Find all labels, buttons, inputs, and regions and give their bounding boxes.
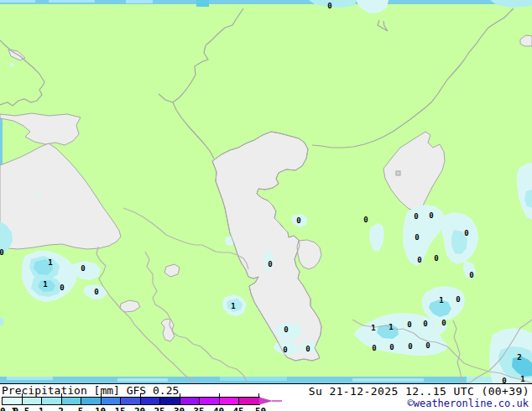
legend-title: Precipitation [mm] GFS 0.25	[2, 384, 184, 398]
precip-value-marker: 0	[464, 230, 468, 237]
weather-map	[0, 0, 532, 383]
scale-box	[199, 397, 221, 405]
precip-value-marker: 0	[283, 346, 287, 354]
precip-value-marker: 1	[43, 281, 47, 289]
scale-label: 15	[114, 406, 125, 411]
precip-value-marker: 0	[363, 216, 368, 224]
precip-value-marker: 1	[231, 303, 235, 310]
scale-box	[140, 397, 162, 405]
precip-value-marker: 1	[48, 259, 52, 267]
precip-value-marker: 0	[268, 261, 272, 268]
precip-value-marker: 0	[0, 249, 4, 257]
scale-label: 50	[255, 406, 266, 411]
scale-tick	[61, 393, 62, 397]
scale-box	[219, 397, 241, 405]
aral-island	[396, 171, 400, 175]
precip-value-marker: 0	[417, 257, 421, 264]
scale-label: 0.5	[13, 406, 30, 411]
scale-label: 40	[213, 406, 224, 411]
precip-value-marker: 0	[441, 320, 446, 327]
scale-box	[101, 397, 123, 405]
scale-label: 1	[39, 406, 44, 411]
scale-box	[81, 397, 102, 405]
copyright-notice: ©weatheronline.co.uk	[408, 398, 529, 409]
scale-box	[61, 397, 83, 405]
weather-map-window: 00101001000000000010110000000000201 Prec…	[0, 0, 532, 411]
precip-value-marker: 0	[469, 272, 473, 279]
precip-value-marker: 0	[60, 284, 64, 292]
precip-value-marker: 0	[425, 342, 430, 350]
scale-box	[120, 397, 142, 405]
precip-value-marker: 0	[327, 3, 331, 10]
scale-box	[22, 397, 44, 405]
scale-label: 5	[78, 406, 84, 411]
precip-value-marker: 0	[81, 265, 85, 273]
scale-label: 25	[154, 406, 164, 411]
precip-value-marker: 1	[389, 324, 393, 331]
precip-value-marker: 1	[520, 376, 524, 383]
scale-tick	[219, 393, 220, 397]
precip-value-marker: 0	[423, 320, 427, 328]
scale-box	[41, 397, 63, 405]
precip-value-marker: 1	[439, 297, 443, 304]
precip-value-marker: 0	[408, 343, 412, 351]
scale-box	[238, 397, 260, 405]
scale-label: 45	[232, 406, 243, 411]
scale-box	[159, 397, 181, 405]
scale-tick	[180, 393, 180, 397]
precip-value-marker: 0	[434, 255, 438, 263]
precip-value-marker: 0	[414, 213, 418, 221]
precip-value-marker: 0	[429, 212, 433, 220]
precip-value-marker: 0	[415, 234, 419, 242]
precip-value-marker: 0	[305, 346, 310, 353]
scale-label: 35	[193, 406, 204, 411]
scale-tick	[22, 393, 23, 397]
forecast-datetime: Su 21-12-2025 12..15 UTC (00+39)	[309, 385, 529, 398]
scale-box	[2, 397, 23, 405]
scale-label: 30	[174, 406, 185, 411]
scale-tick	[140, 393, 141, 397]
scale-box	[180, 397, 201, 405]
precip-value-marker: 0	[372, 345, 376, 352]
precip-value-marker: 0	[94, 289, 98, 296]
precip-value-marker: 2	[517, 354, 521, 362]
scale-label: 20	[134, 406, 145, 411]
scale-arrow-icon	[259, 397, 283, 406]
precip-value-marker: 1	[371, 325, 375, 332]
scale-tick	[101, 393, 102, 397]
scale-label: 2	[58, 406, 64, 411]
precipitation-color-scale: 0.10.5125101520253035404550	[1, 397, 295, 411]
precip-value-marker: 0	[456, 296, 460, 304]
precip-value-marker: 0	[296, 217, 300, 225]
scale-label: 10	[95, 406, 106, 411]
precip-value-marker: 0	[407, 321, 411, 329]
precip-value-marker: 0	[389, 344, 394, 351]
precip-value-marker: 0	[284, 326, 288, 334]
legend-bar: Precipitation [mm] GFS 0.25 Su 21-12-202…	[0, 383, 532, 411]
